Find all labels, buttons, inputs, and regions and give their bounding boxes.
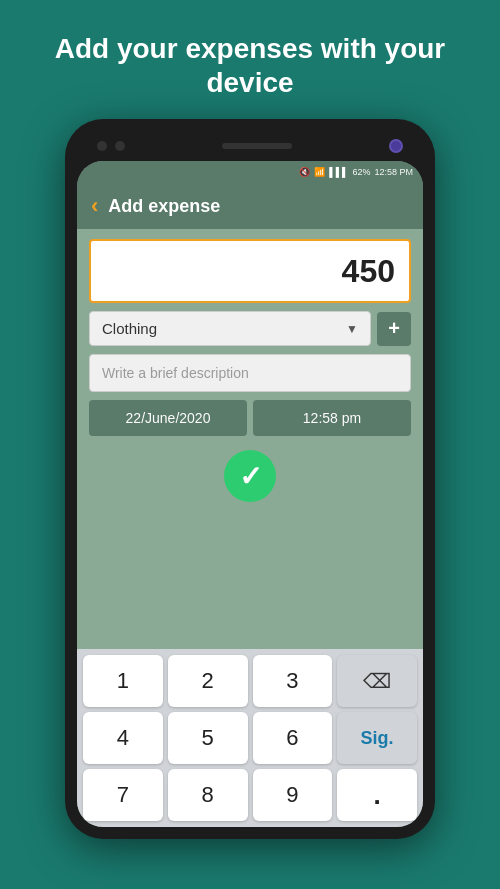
key-dot[interactable]: . <box>337 769 417 821</box>
category-row: Clothing ▼ + <box>89 311 411 346</box>
front-camera <box>389 139 403 153</box>
status-time: 12:58 PM <box>374 167 413 177</box>
app-title: Add expense <box>108 196 220 217</box>
status-bar: 🔇 📶 ▌▌▌ 62% 12:58 PM <box>77 161 423 183</box>
confirm-btn-container: ✓ <box>89 444 411 508</box>
app-header: ‹ Add expense <box>77 183 423 229</box>
amount-value: 450 <box>342 253 395 290</box>
status-icons: 🔇 📶 ▌▌▌ 62% 12:58 PM <box>299 167 413 177</box>
key-9[interactable]: 9 <box>253 769 333 821</box>
numeric-keyboard: 1 2 3 ⌫ 4 5 6 Sig. 7 8 9 . <box>77 649 423 827</box>
date-button[interactable]: 22/June/2020 <box>89 400 247 436</box>
battery-level: 62% <box>352 167 370 177</box>
chevron-down-icon: ▼ <box>346 322 358 336</box>
key-3[interactable]: 3 <box>253 655 333 707</box>
back-button[interactable]: ‹ <box>91 193 98 219</box>
camera-dot-2 <box>115 141 125 151</box>
phone-screen: 🔇 📶 ▌▌▌ 62% 12:58 PM ‹ Add expense 450 C… <box>77 161 423 827</box>
category-label: Clothing <box>102 320 157 337</box>
app-body: 450 Clothing ▼ + Write a brief descripti… <box>77 229 423 649</box>
key-7[interactable]: 7 <box>83 769 163 821</box>
key-1[interactable]: 1 <box>83 655 163 707</box>
category-dropdown[interactable]: Clothing ▼ <box>89 311 371 346</box>
description-placeholder: Write a brief description <box>102 365 249 381</box>
datetime-row: 22/June/2020 12:58 pm <box>89 400 411 436</box>
checkmark-icon: ✓ <box>239 460 262 493</box>
key-5[interactable]: 5 <box>168 712 248 764</box>
key-2[interactable]: 2 <box>168 655 248 707</box>
camera-dot-1 <box>97 141 107 151</box>
phone-top-bar <box>77 131 423 161</box>
mute-icon: 🔇 <box>299 167 310 177</box>
phone-cameras <box>97 141 125 151</box>
key-8[interactable]: 8 <box>168 769 248 821</box>
backspace-icon: ⌫ <box>363 669 391 693</box>
key-sig[interactable]: Sig. <box>337 712 417 764</box>
time-button[interactable]: 12:58 pm <box>253 400 411 436</box>
signal-bars: ▌▌▌ <box>329 167 348 177</box>
description-input[interactable]: Write a brief description <box>89 354 411 392</box>
key-6[interactable]: 6 <box>253 712 333 764</box>
key-4[interactable]: 4 <box>83 712 163 764</box>
add-category-button[interactable]: + <box>377 312 411 346</box>
amount-input[interactable]: 450 <box>89 239 411 303</box>
speaker-bar <box>222 143 292 149</box>
page-header: Add your expenses with your device <box>0 0 500 119</box>
phone-device: 🔇 📶 ▌▌▌ 62% 12:58 PM ‹ Add expense 450 C… <box>65 119 435 839</box>
confirm-button[interactable]: ✓ <box>224 450 276 502</box>
key-backspace[interactable]: ⌫ <box>337 655 417 707</box>
wifi-icon: 📶 <box>314 167 325 177</box>
